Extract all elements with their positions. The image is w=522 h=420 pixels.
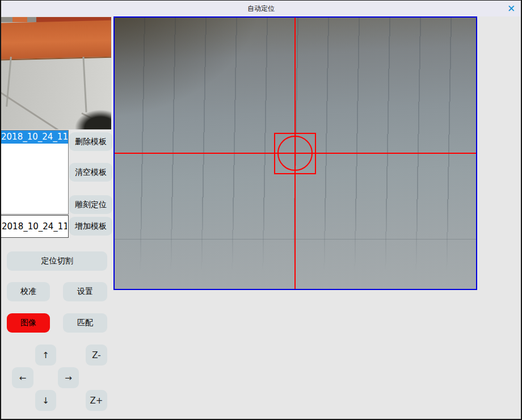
template-list-item[interactable]: 2018_10_24_11 xyxy=(1,131,68,144)
position-cut-button[interactable]: 定位切割 xyxy=(7,251,107,271)
jog-left-button[interactable]: ← xyxy=(12,367,33,388)
thumbnail-dark-object xyxy=(72,108,111,129)
target-circle-marker xyxy=(277,136,313,171)
close-icon[interactable]: ✕ xyxy=(504,2,518,15)
add-template-button[interactable]: 增加模板 xyxy=(69,217,112,236)
thumbnail-top-orange-patch xyxy=(12,17,27,22)
thumbnail-tile-line-diag1 xyxy=(1,84,65,129)
jog-up-button[interactable]: ↑ xyxy=(35,345,56,366)
jog-down-button[interactable]: ↓ xyxy=(35,390,56,411)
title-bar: 自动定位 ✕ xyxy=(1,1,521,16)
auto-position-dialog: 自动定位 ✕ 2018_10_24_11 删除模板 清空模板 雕刻定位 增加模板… xyxy=(0,0,522,420)
match-button[interactable]: 匹配 xyxy=(63,313,107,333)
clear-templates-button[interactable]: 清空模板 xyxy=(69,163,112,182)
thumbnail-orange-beam xyxy=(1,20,111,60)
z-plus-button[interactable]: Z+ xyxy=(86,390,107,411)
z-minus-button[interactable]: Z- xyxy=(86,345,107,366)
camera-view[interactable] xyxy=(113,16,477,290)
thumbnail-tile-line-middle xyxy=(82,57,87,112)
template-name-input[interactable] xyxy=(0,215,69,238)
template-list[interactable]: 2018_10_24_11 xyxy=(0,130,69,215)
template-thumbnail xyxy=(1,17,111,129)
jog-right-button[interactable]: → xyxy=(58,367,79,388)
delete-template-button[interactable]: 删除模板 xyxy=(69,132,112,151)
settings-button[interactable]: 设置 xyxy=(63,282,107,301)
engrave-position-button[interactable]: 雕刻定位 xyxy=(69,195,112,214)
calibrate-button[interactable]: 校准 xyxy=(7,282,50,301)
image-button[interactable]: 图像 xyxy=(7,313,50,333)
dialog-title: 自动定位 xyxy=(247,4,275,14)
